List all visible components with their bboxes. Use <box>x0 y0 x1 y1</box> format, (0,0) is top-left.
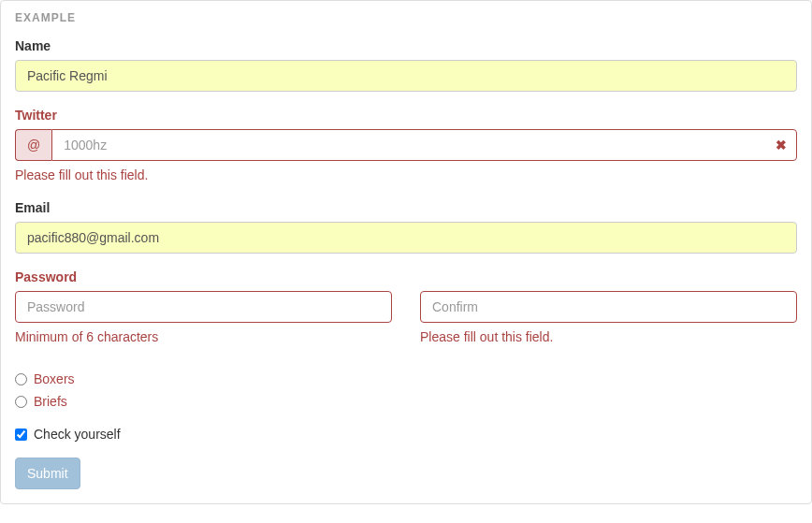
check-checkbox[interactable] <box>15 429 27 441</box>
password-input[interactable] <box>15 291 392 323</box>
email-group: Email <box>15 198 797 254</box>
briefs-radio[interactable] <box>15 396 27 408</box>
twitter-input-group: @ ✖ <box>15 129 797 161</box>
confirm-input[interactable] <box>420 291 797 323</box>
password-error: Minimum of 6 characters <box>15 327 392 346</box>
boxers-label-wrap[interactable]: Boxers <box>15 370 75 388</box>
briefs-text: Briefs <box>34 394 67 409</box>
radio-boxers: Boxers <box>15 370 797 388</box>
twitter-label: Twitter <box>15 106 57 124</box>
password-label: Password <box>15 268 77 286</box>
briefs-label-wrap[interactable]: Briefs <box>15 392 67 411</box>
check-yourself: Check yourself <box>15 425 797 443</box>
password-row: Minimum of 6 characters Please fill out … <box>1 291 811 356</box>
name-input[interactable] <box>15 60 797 92</box>
at-addon: @ <box>15 129 51 161</box>
twitter-error: Please fill out this field. <box>15 166 797 184</box>
boxers-text: Boxers <box>34 371 75 386</box>
email-label: Email <box>15 198 50 217</box>
name-label: Name <box>15 36 51 55</box>
email-input[interactable] <box>15 222 797 254</box>
confirm-col: Please fill out this field. <box>406 291 811 356</box>
check-label-wrap[interactable]: Check yourself <box>15 425 121 443</box>
password-col: Minimum of 6 characters <box>1 291 406 356</box>
underwear-group: Boxers Briefs <box>15 370 797 411</box>
submit-button[interactable]: Submit <box>15 458 80 489</box>
twitter-group: Twitter @ ✖ Please fill out this field. <box>15 106 797 184</box>
check-group: Check yourself <box>15 425 797 443</box>
panel-heading: EXAMPLE <box>1 1 811 36</box>
check-text: Check yourself <box>34 427 121 442</box>
radio-briefs: Briefs <box>15 392 797 411</box>
twitter-input[interactable] <box>51 129 797 161</box>
password-group: Password Minimum of 6 characters Please … <box>15 268 797 356</box>
submit-group: Submit <box>15 458 797 489</box>
confirm-error: Please fill out this field. <box>420 327 797 346</box>
example-panel: EXAMPLE Name Twitter @ ✖ Please fill out… <box>0 0 812 504</box>
panel-body: Name Twitter @ ✖ Please fill out this fi… <box>1 36 811 503</box>
boxers-radio[interactable] <box>15 373 27 385</box>
name-group: Name <box>15 36 797 92</box>
